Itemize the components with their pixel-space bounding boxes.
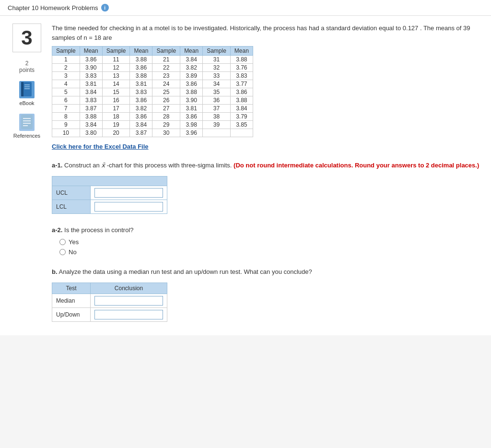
references-icon <box>19 114 35 131</box>
table-row: 103.80203.87303.96 <box>52 129 253 137</box>
col-header-sample2: Sample <box>102 47 130 56</box>
question-number-box: 3 <box>12 24 41 52</box>
col-header-sample4: Sample <box>203 47 231 56</box>
ebook-label: eBook <box>19 100 34 106</box>
col-header-mean2: Mean <box>130 47 152 56</box>
svg-rect-1 <box>21 82 23 96</box>
ucl-input[interactable] <box>94 188 163 198</box>
col-header-mean4: Mean <box>230 47 253 56</box>
ucl-input-cell[interactable] <box>91 186 167 200</box>
page-title: Chapter 10 Homework Problems <box>8 4 98 12</box>
no-radio[interactable] <box>59 249 66 255</box>
points-info: 2 points <box>19 60 35 73</box>
table-row: 33.83133.88233.89333.83 <box>52 72 253 80</box>
table-row: 83.88183.86283.86383.79 <box>52 113 253 121</box>
col-header-sample3: Sample <box>152 47 180 56</box>
part-b-text: b. Analyze the data using a median run t… <box>52 267 483 277</box>
no-label: No <box>69 248 77 256</box>
points-label: points <box>19 67 35 73</box>
problem-description: The time needed for checking in at a mot… <box>52 24 483 42</box>
run-test-col-conclusion: Conclusion <box>91 283 167 294</box>
lcl-input[interactable] <box>94 202 163 212</box>
run-test-median-input-cell[interactable] <box>91 294 167 307</box>
content-area: The time needed for checking in at a mot… <box>52 24 483 328</box>
part-a2-instruction: Is the process in control? <box>64 226 134 234</box>
part-a2-label: a-2. <box>52 226 62 234</box>
ucl-row: UCL <box>52 186 167 200</box>
yes-label: Yes <box>69 238 79 246</box>
table-row: 63.83163.86263.90363.88 <box>52 96 253 105</box>
table-row: 53.84153.83253.88353.86 <box>52 88 253 96</box>
run-test-header-row: Test Conclusion <box>52 283 167 294</box>
run-test-median-label: Median <box>52 294 91 307</box>
main-content: 3 2 points eBook <box>0 16 491 335</box>
ucl-lcl-header-row <box>52 176 167 186</box>
lcl-label: LCL <box>52 200 91 213</box>
run-test-updown-row: Up/Down <box>52 307 167 321</box>
svg-rect-5 <box>21 115 33 129</box>
ucl-label: UCL <box>52 186 91 200</box>
part-b-label: b. <box>52 268 58 275</box>
question-number: 3 <box>21 26 32 49</box>
run-test-median-row: Median <box>52 294 167 307</box>
run-test-updown-input[interactable] <box>94 310 163 319</box>
col-header-mean1: Mean <box>80 47 102 56</box>
col-header-mean3: Mean <box>180 47 203 56</box>
points-value: 2 <box>25 60 29 67</box>
lcl-input-cell[interactable] <box>91 200 167 213</box>
part-a1-label: a-1. <box>52 162 62 169</box>
ebook-icon <box>19 81 35 98</box>
excel-link[interactable]: Click here for the Excel Data File <box>52 143 149 150</box>
yes-radio[interactable] <box>59 239 66 245</box>
col-header-sample1: Sample <box>52 47 80 56</box>
info-icon[interactable]: i <box>101 4 109 12</box>
yes-option[interactable]: Yes <box>59 238 483 246</box>
run-test-median-input[interactable] <box>94 296 163 306</box>
table-row: 73.87173.82273.81373.84 <box>52 105 253 113</box>
data-table: Sample Mean Sample Mean Sample Mean Samp… <box>52 46 253 137</box>
part-a1-instruction: Construct an x̄ -chart for this process … <box>64 162 234 169</box>
part-b-instruction: Analyze the data using a median run test… <box>58 268 312 275</box>
run-test-updown-label: Up/Down <box>52 307 91 321</box>
ebook-button[interactable]: eBook <box>19 81 35 106</box>
part-a1-text: a-1. Construct an x̄ -chart for this pro… <box>52 161 483 170</box>
left-sidebar: 3 2 points eBook <box>8 24 46 328</box>
references-button[interactable]: References <box>13 114 40 139</box>
run-test-updown-input-cell[interactable] <box>91 307 167 321</box>
lcl-row: LCL <box>52 200 167 213</box>
part-a1-note: (Do not round intermediate calculations.… <box>234 162 479 169</box>
run-test-col-test: Test <box>52 283 91 294</box>
top-bar: Chapter 10 Homework Problems i <box>0 0 491 16</box>
no-option[interactable]: No <box>59 248 483 256</box>
table-row: 23.90123.86223.82323.76 <box>52 64 253 72</box>
ucl-lcl-table: UCL LCL <box>52 176 167 214</box>
table-row: 13.86113.88213.84313.88 <box>52 56 253 64</box>
part-a2-text: a-2. Is the process in control? <box>52 225 483 235</box>
references-label: References <box>13 133 40 139</box>
run-test-table: Test Conclusion Median Up/Down <box>52 283 167 322</box>
process-control-options: Yes No <box>59 238 483 256</box>
table-row: 43.81143.81243.86343.77 <box>52 80 253 88</box>
table-row: 93.84193.84293.98393.85 <box>52 121 253 129</box>
